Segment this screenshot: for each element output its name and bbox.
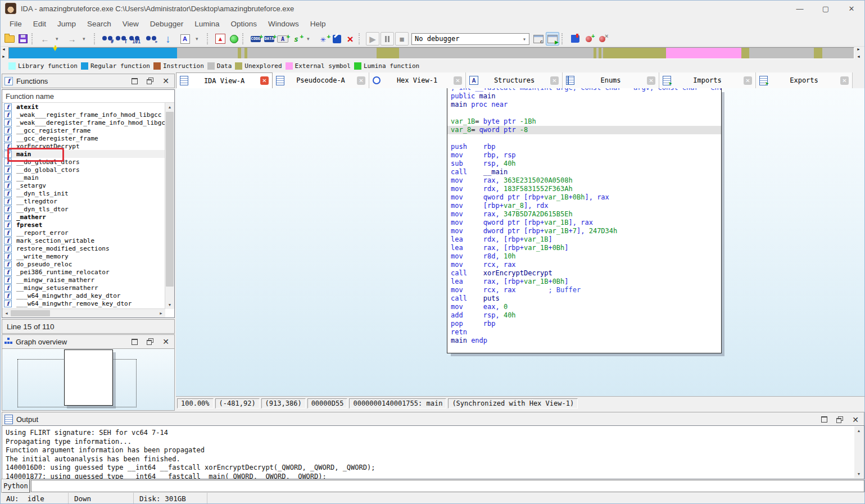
graph-overview-titlebar[interactable]: Graph overview ✕ xyxy=(2,334,175,349)
jump-to-address-button[interactable]: ↓ xyxy=(162,33,174,45)
debugger-select[interactable]: No debugger▾ xyxy=(411,33,529,45)
scroll-down-icon[interactable]: ▼ xyxy=(165,301,174,309)
function-row[interactable]: f__main xyxy=(2,174,165,181)
names-dropdown[interactable]: ▾ xyxy=(192,33,205,45)
function-row[interactable]: f_weak___register_frame_info_hmod_libgcc xyxy=(2,111,165,119)
tab-enums[interactable]: Enums✕ xyxy=(563,72,659,88)
close-icon[interactable]: ✕ xyxy=(852,416,859,424)
navigate-forward-button[interactable]: → xyxy=(66,33,78,45)
maximize-button[interactable]: ▢ xyxy=(813,1,839,16)
disassembly-line[interactable]: mov rcx, rax xyxy=(451,261,721,269)
function-row[interactable]: f__gcc_register_frame xyxy=(2,126,165,134)
disassembly-line[interactable]: public main xyxy=(451,92,721,101)
disassembly-line[interactable]: mov rax, 347B5D7A2D615B5Eh xyxy=(451,210,721,219)
navigate-forward-dropdown[interactable]: ▾ xyxy=(79,33,92,45)
problems-list-button[interactable]: ▲ xyxy=(214,33,227,45)
names-window-button[interactable]: A xyxy=(179,33,191,45)
continue-process-button[interactable] xyxy=(546,32,559,46)
cli-input[interactable] xyxy=(31,480,864,492)
function-row[interactable]: f__gcc_deregister_frame xyxy=(2,134,165,142)
save-button[interactable] xyxy=(17,33,29,45)
function-row[interactable]: f__do_global_ctors xyxy=(2,166,165,174)
menu-item-help[interactable]: Help xyxy=(305,17,332,30)
make-string-button[interactable]: s+ xyxy=(290,33,302,45)
function-row[interactable]: f__mingw_setusermatherr xyxy=(2,284,165,292)
make-string-dropdown[interactable]: ▾ xyxy=(304,33,316,45)
recent-scripts-button[interactable] xyxy=(569,33,581,45)
disassembly-line[interactable]: call __main xyxy=(451,168,721,176)
add-breakpoint-button[interactable]: + xyxy=(582,33,595,45)
menu-item-windows[interactable]: Windows xyxy=(262,17,305,30)
disassembly-line[interactable]: lea rax, [rbp+var_1B+0Bh] xyxy=(451,278,721,286)
autoanalysis-indicator[interactable] xyxy=(228,33,240,45)
menu-item-search[interactable]: Search xyxy=(81,17,117,30)
make-name-button[interactable]: A+ xyxy=(277,33,289,45)
minimize-button[interactable]: — xyxy=(787,1,813,16)
disassembly-line[interactable]: mov rbp, rsp xyxy=(451,151,721,160)
disassembly-line[interactable]: add rsp, 40h xyxy=(451,311,721,320)
cli-language-button[interactable]: Python xyxy=(2,479,30,493)
navigation-band[interactable] xyxy=(8,47,854,59)
start-process-button[interactable]: ▶ xyxy=(366,32,379,46)
functions-vertical-scrollbar[interactable]: ▲ ▼ xyxy=(165,103,174,309)
output-titlebar[interactable]: Output ✕ xyxy=(2,412,864,426)
scroll-up-icon[interactable]: ▲ xyxy=(854,426,863,435)
menu-item-lumina[interactable]: Lumina xyxy=(189,17,225,30)
disassembly-line[interactable]: var_1B= byte ptr -1Bh xyxy=(451,117,721,126)
disassembly-line[interactable]: mov [rbp+var_8], rdx xyxy=(451,202,721,210)
menu-item-edit[interactable]: Edit xyxy=(28,17,52,30)
disassembly-line[interactable]: main proc near xyxy=(451,101,721,109)
function-row[interactable]: f__write_memory xyxy=(2,252,165,260)
open-file-button[interactable] xyxy=(3,33,16,45)
disassembly-line[interactable]: main endp xyxy=(451,337,721,345)
function-row[interactable]: f_setargv xyxy=(2,181,165,189)
disassembly-line[interactable]: lea rdx, [rbp+var_1B] xyxy=(451,235,721,244)
function-row[interactable]: f___w64_mingwthr_remove_key_dtor xyxy=(2,299,165,307)
attach-to-process-button[interactable] xyxy=(532,33,545,45)
maximize-button[interactable] xyxy=(130,338,138,346)
scroll-right-icon[interactable]: ► xyxy=(157,311,165,315)
function-row[interactable]: f__mingw_raise_matherr xyxy=(2,276,165,284)
disassembly-line[interactable]: mov qword ptr [rbp+var_1B+0Bh], rax xyxy=(451,193,721,202)
close-icon[interactable]: ✕ xyxy=(550,76,559,85)
disassembly-line[interactable]: pop rbp xyxy=(451,320,721,328)
make-data-button[interactable]: DATA+ xyxy=(263,33,275,45)
graph-node-main[interactable]: ; int __fastcall main(int argc, const ch… xyxy=(447,88,722,353)
function-row[interactable]: f_weak___deregister_frame_info_hmod_libg… xyxy=(2,119,165,126)
menu-item-options[interactable]: Options xyxy=(225,17,262,30)
close-icon[interactable]: ✕ xyxy=(647,76,655,85)
make-code-button[interactable]: CODE+ xyxy=(250,33,262,45)
functions-panel-titlebar[interactable]: f Functions ✕ xyxy=(2,74,175,88)
disassembly-line[interactable]: push rbp xyxy=(451,143,721,151)
function-row[interactable]: frestore_modified_sections xyxy=(2,244,165,252)
menu-item-view[interactable]: View xyxy=(117,17,144,30)
search-binary-button[interactable]: 101 xyxy=(128,33,141,45)
disassembly-line[interactable]: mov qword ptr [rbp+var_1B], rax xyxy=(451,219,721,227)
close-icon[interactable]: ✕ xyxy=(840,76,849,85)
menu-item-file[interactable]: File xyxy=(4,17,28,30)
disassembly-line[interactable]: retn xyxy=(451,328,721,337)
stop-process-button[interactable]: ■ xyxy=(395,32,409,46)
disassembly-line[interactable]: lea rax, [rbp+var_1B+0Bh] xyxy=(451,244,721,252)
function-row[interactable]: f__dyn_tls_init xyxy=(2,189,165,197)
undefine-button[interactable]: × xyxy=(344,33,356,45)
disassembly-line[interactable] xyxy=(451,109,721,117)
tab-hex-view-1[interactable]: Hex View-1✕ xyxy=(369,72,466,88)
function-row[interactable]: f__report_error xyxy=(2,229,165,237)
search-text-button[interactable]: T xyxy=(115,33,127,45)
function-row[interactable]: fdo_pseudo_reloc xyxy=(2,260,165,268)
disassembly-line[interactable]: mov rcx, rax ; Buffer xyxy=(451,286,721,294)
float-button[interactable] xyxy=(146,338,154,346)
function-row[interactable]: f_pei386_runtime_relocator xyxy=(2,268,165,276)
tab-exports[interactable]: Exports✕ xyxy=(756,72,853,88)
function-row[interactable]: f___w64_mingwthr_add_key_dtor xyxy=(2,292,165,299)
function-row[interactable]: fatexit xyxy=(2,103,165,111)
scroll-left-icon[interactable]: ◄ xyxy=(2,311,11,315)
navigate-back-button[interactable]: ← xyxy=(39,33,51,45)
tab-imports[interactable]: Imports✕ xyxy=(659,72,756,88)
search-immediate-button[interactable]: # xyxy=(101,33,114,45)
maximize-button[interactable] xyxy=(820,416,828,424)
graph-view-canvas[interactable]: ; int __fastcall main(int argc, const ch… xyxy=(176,88,865,396)
close-button[interactable]: ✕ xyxy=(839,1,864,16)
close-icon[interactable]: ✕ xyxy=(454,76,462,85)
